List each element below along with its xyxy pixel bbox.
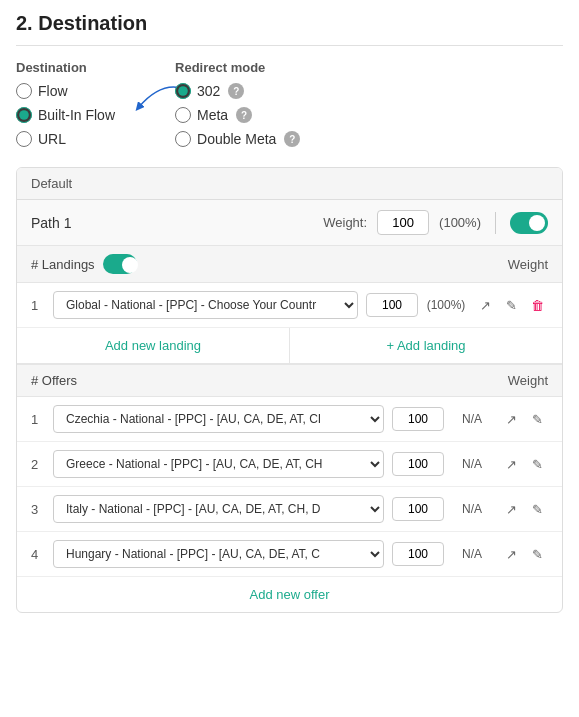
offer-external-link-1[interactable]: ↗ bbox=[500, 408, 522, 430]
offers-col-label: # Offers bbox=[31, 373, 77, 388]
destination-option-url[interactable]: URL bbox=[16, 131, 115, 147]
offer-pct-2: N/A bbox=[452, 457, 492, 471]
offer-select-3[interactable]: Italy - National - [PPC] - [AU, CA, DE, … bbox=[53, 495, 384, 523]
mode-meta[interactable]: Meta ? bbox=[175, 107, 300, 123]
landing-row-1: 1 Global - National - [PPC] - Choose You… bbox=[17, 283, 562, 328]
mode-302[interactable]: 302 ? bbox=[175, 83, 300, 99]
redirect-mode-options: 302 ? Meta ? Double Meta ? bbox=[175, 83, 300, 147]
offer-num-2: 2 bbox=[31, 457, 45, 472]
offer-weight-input-2[interactable] bbox=[392, 452, 444, 476]
offer-edit-4[interactable]: ✎ bbox=[526, 543, 548, 565]
offer-weight-4[interactable] bbox=[392, 542, 444, 566]
offer-select-1[interactable]: Czechia - National - [PPC] - [AU, CA, DE… bbox=[53, 405, 384, 433]
landings-table: # Landings Weight 1 Global - National - … bbox=[17, 246, 562, 364]
offer-row-1: 1 Czechia - National - [PPC] - [AU, CA, … bbox=[17, 397, 562, 442]
offer-row-3: 3 Italy - National - [PPC] - [AU, CA, DE… bbox=[17, 487, 562, 532]
landing-weight-input-1[interactable] bbox=[366, 293, 418, 317]
default-header: Default bbox=[17, 168, 562, 200]
mode-meta-help[interactable]: ? bbox=[236, 107, 252, 123]
path-pct: (100%) bbox=[439, 215, 481, 230]
landing-select-input-1[interactable]: Global - National - [PPC] - Choose Your … bbox=[53, 291, 358, 319]
landings-weight-col: Weight bbox=[508, 257, 548, 272]
landing-external-link-1[interactable]: ↗ bbox=[474, 294, 496, 316]
add-new-offer-btn[interactable]: Add new offer bbox=[17, 577, 562, 612]
offers-table: # Offers Weight 1 Czechia - National - [… bbox=[17, 364, 562, 612]
offer-select-input-1[interactable]: Czechia - National - [PPC] - [AU, CA, DE… bbox=[53, 405, 384, 433]
offer-pct-3: N/A bbox=[452, 502, 492, 516]
mode-302-help[interactable]: ? bbox=[228, 83, 244, 99]
mode-302-label: 302 bbox=[197, 83, 220, 99]
landing-delete-1[interactable]: 🗑 bbox=[526, 294, 548, 316]
offer-weight-1[interactable] bbox=[392, 407, 444, 431]
landing-weight-1[interactable] bbox=[366, 293, 418, 317]
builtin-flow-label: Built-In Flow bbox=[38, 107, 115, 123]
offer-actions-1: ↗ ✎ bbox=[500, 408, 548, 430]
offer-row-2: 2 Greece - National - [PPC] - [AU, CA, D… bbox=[17, 442, 562, 487]
landing-row-num-1: 1 bbox=[31, 298, 45, 313]
offers-header: # Offers Weight bbox=[17, 365, 562, 397]
offer-select-2[interactable]: Greece - National - [PPC] - [AU, CA, DE,… bbox=[53, 450, 384, 478]
mode-double-meta[interactable]: Double Meta ? bbox=[175, 131, 300, 147]
mode-double-meta-help[interactable]: ? bbox=[284, 131, 300, 147]
path-row: Path 1 Weight: (100%) bbox=[17, 200, 562, 246]
path-weight-input[interactable] bbox=[377, 210, 429, 235]
default-section: Default Path 1 Weight: (100%) # Landings bbox=[16, 167, 563, 613]
offer-edit-3[interactable]: ✎ bbox=[526, 498, 548, 520]
add-landing-btn[interactable]: + Add landing bbox=[290, 328, 562, 363]
offer-weight-input-1[interactable] bbox=[392, 407, 444, 431]
offer-weight-3[interactable] bbox=[392, 497, 444, 521]
redirect-mode-label: Redirect mode bbox=[175, 60, 300, 75]
offer-edit-1[interactable]: ✎ bbox=[526, 408, 548, 430]
flow-label: Flow bbox=[38, 83, 68, 99]
offer-weight-2[interactable] bbox=[392, 452, 444, 476]
landings-col-label: # Landings bbox=[31, 257, 95, 272]
offer-actions-4: ↗ ✎ bbox=[500, 543, 548, 565]
landing-pct-1: (100%) bbox=[426, 298, 466, 312]
landing-add-row: Add new landing + Add landing bbox=[17, 328, 562, 364]
path-toggle[interactable] bbox=[510, 212, 548, 234]
url-label: URL bbox=[38, 131, 66, 147]
offer-actions-3: ↗ ✎ bbox=[500, 498, 548, 520]
path-label: Path 1 bbox=[31, 215, 71, 231]
landing-actions-1: ↗ ✎ 🗑 bbox=[474, 294, 548, 316]
offer-pct-1: N/A bbox=[452, 412, 492, 426]
offer-num-4: 4 bbox=[31, 547, 45, 562]
offer-num-1: 1 bbox=[31, 412, 45, 427]
offer-weight-input-4[interactable] bbox=[392, 542, 444, 566]
destination-label: Destination bbox=[16, 60, 115, 75]
offer-weight-input-3[interactable] bbox=[392, 497, 444, 521]
offer-select-4[interactable]: Hungary - National - [PPC] - [AU, CA, DE… bbox=[53, 540, 384, 568]
landing-edit-1[interactable]: ✎ bbox=[500, 294, 522, 316]
destination-option-flow[interactable]: Flow bbox=[16, 83, 115, 99]
offer-edit-2[interactable]: ✎ bbox=[526, 453, 548, 475]
divider bbox=[495, 212, 496, 234]
offer-select-input-2[interactable]: Greece - National - [PPC] - [AU, CA, DE,… bbox=[53, 450, 384, 478]
mode-meta-label: Meta bbox=[197, 107, 228, 123]
landings-header: # Landings Weight bbox=[17, 246, 562, 283]
offers-weight-col: Weight bbox=[508, 373, 548, 388]
offer-external-link-3[interactable]: ↗ bbox=[500, 498, 522, 520]
landing-select-1[interactable]: Global - National - [PPC] - Choose Your … bbox=[53, 291, 358, 319]
mode-double-meta-label: Double Meta bbox=[197, 131, 276, 147]
landings-toggle[interactable] bbox=[103, 254, 137, 274]
weight-label: Weight: bbox=[323, 215, 367, 230]
offer-pct-4: N/A bbox=[452, 547, 492, 561]
offer-select-input-3[interactable]: Italy - National - [PPC] - [AU, CA, DE, … bbox=[53, 495, 384, 523]
page-title: 2. Destination bbox=[16, 12, 563, 46]
offer-num-3: 3 bbox=[31, 502, 45, 517]
offer-actions-2: ↗ ✎ bbox=[500, 453, 548, 475]
destination-option-builtin[interactable]: Built-In Flow bbox=[16, 107, 115, 123]
offer-row-4: 4 Hungary - National - [PPC] - [AU, CA, … bbox=[17, 532, 562, 577]
offer-external-link-2[interactable]: ↗ bbox=[500, 453, 522, 475]
offer-select-input-4[interactable]: Hungary - National - [PPC] - [AU, CA, DE… bbox=[53, 540, 384, 568]
destination-options: Flow Built-In Flow URL bbox=[16, 83, 115, 147]
add-new-landing-btn[interactable]: Add new landing bbox=[17, 328, 290, 363]
offer-external-link-4[interactable]: ↗ bbox=[500, 543, 522, 565]
